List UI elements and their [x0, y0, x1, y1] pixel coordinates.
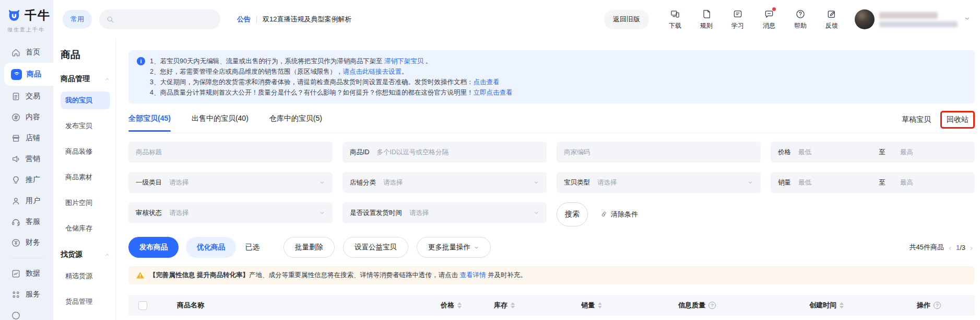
sort-icon[interactable]: [840, 302, 844, 308]
property-tip-bold: 【完善属性信息 提升商品转化率】: [149, 271, 249, 279]
column-created-time[interactable]: 创建时间: [809, 301, 917, 310]
subnav-section-find-supply[interactable]: 找货源: [61, 250, 110, 259]
notice-link-region-settings[interactable]: 请点击此链接去设置: [343, 68, 402, 75]
subnav-item-my-items[interactable]: 我的宝贝: [61, 92, 110, 109]
filter-sales-range[interactable]: 销量 最低 至 最高: [771, 172, 975, 193]
sidebar-item-customer-service[interactable]: 客服: [0, 211, 53, 232]
notice-link-quality-score[interactable]: 立即点击查看: [473, 89, 512, 96]
next-page-button[interactable]: ›: [970, 243, 973, 252]
quick-access-button[interactable]: 常用: [63, 10, 92, 29]
recycle-bin-link-highlighted[interactable]: 回收站: [940, 111, 975, 129]
sidebar-item-trade[interactable]: 交易: [0, 86, 53, 107]
help-icon[interactable]: ?: [934, 302, 941, 309]
filter-placeholder: 请选择: [597, 178, 617, 187]
optimize-item-button[interactable]: 优化商品: [186, 237, 236, 258]
publish-item-button[interactable]: 发布商品: [128, 237, 179, 258]
help-icon[interactable]: ?: [709, 302, 716, 309]
search-button[interactable]: 搜索: [557, 202, 588, 226]
sidebar-item-promote[interactable]: 推广: [0, 169, 53, 190]
filter-category-select[interactable]: 一级类目 请选择: [128, 172, 333, 193]
filter-item-type-select[interactable]: 宝贝类型 请选择: [557, 172, 761, 193]
subnav-item-publish-item[interactable]: 发布宝贝: [61, 117, 110, 135]
promote-icon: [11, 175, 21, 185]
sidebar-item-content[interactable]: 内容: [0, 107, 53, 128]
range-max-placeholder[interactable]: 最高: [900, 178, 913, 187]
sidebar-item-marketing[interactable]: 营销: [0, 148, 53, 169]
range-separator: 至: [879, 148, 886, 157]
tool-learn[interactable]: 学习: [726, 9, 749, 30]
subnav-item-selected-supply[interactable]: 精选货源: [61, 267, 110, 285]
draft-items-link[interactable]: 草稿宝贝: [902, 115, 931, 124]
circle-icon: [11, 311, 21, 320]
filter-audit-status-select[interactable]: 审核状态 请选择: [128, 202, 333, 223]
range-min-placeholder[interactable]: 最低: [798, 178, 811, 187]
sidebar-item-shop[interactable]: 店铺: [0, 128, 53, 148]
sort-icon[interactable]: [598, 302, 602, 308]
filter-shipping-time-select[interactable]: 是否设置发货时间 请选择: [343, 202, 547, 223]
subnav-item-image-space[interactable]: 图片空间: [61, 194, 110, 212]
announcement-bar[interactable]: 公告 双12直播违规及典型案例解析: [237, 15, 351, 24]
sidebar-item-finance[interactable]: 财务: [0, 232, 53, 253]
notice-text: 4、商品质量分计算规则首次大公开！质量分是什么？有什么影响？如何提升？你想知道的…: [150, 89, 473, 96]
sidebar-item-partial[interactable]: [0, 305, 53, 320]
subnav-section-goods-management[interactable]: 商品管理: [61, 74, 110, 84]
items-table-header: 商品名称 价格 库存 销量 信息质量? 创建时间 操作?: [128, 295, 975, 316]
subnav-item-item-decoration[interactable]: 商品装修: [61, 143, 110, 161]
notice-link-shipping-doc[interactable]: 点击查看: [473, 78, 499, 86]
view-details-link[interactable]: 查看详情: [459, 271, 486, 279]
more-batch-actions-button[interactable]: 更多批量操作: [417, 237, 491, 258]
tool-rules[interactable]: 规则: [695, 9, 718, 30]
prev-page-button[interactable]: ‹: [949, 243, 951, 252]
tool-help[interactable]: 帮助: [789, 9, 812, 30]
tab-on-sale-items[interactable]: 出售中的宝贝(40): [192, 114, 249, 131]
sidebar-item-services[interactable]: 服务: [0, 284, 53, 305]
filter-item-id-input[interactable]: 商品ID 多个ID以逗号或空格分隔: [343, 142, 547, 163]
selected-count-label: 已选: [245, 243, 259, 252]
chevron-down-icon: [474, 245, 479, 250]
column-sales[interactable]: 销量: [581, 301, 678, 310]
sidebar-item-home[interactable]: 首页: [0, 42, 53, 63]
filter-placeholder: 多个ID以逗号或空格分隔: [377, 148, 449, 157]
sidebar-item-goods[interactable]: 商品: [4, 63, 53, 86]
user-menu-chevron-down-icon[interactable]: [964, 15, 971, 24]
subnav-item-warehouse-stock[interactable]: 仓储库存: [61, 220, 110, 237]
tool-messages[interactable]: 消息: [758, 9, 781, 30]
filter-grid: 商品标题 商品ID 多个ID以逗号或空格分隔 商家编码 价格 最低 至 最高: [128, 142, 975, 226]
user-avatar[interactable]: [855, 9, 875, 29]
notice-line: 2、您好，若需要管理全店或商品维度的销售范围（原区域限售），请点击此链接去设置。: [150, 66, 512, 77]
sort-icon[interactable]: [511, 302, 515, 308]
filter-label: 一级类目: [136, 178, 162, 187]
notice-link-slow-sale[interactable]: 滞销下架宝贝: [384, 58, 423, 65]
select-all-checkbox[interactable]: [138, 301, 147, 310]
tab-warehouse-items[interactable]: 仓库中的宝贝(5): [269, 114, 322, 131]
filter-item-title-input[interactable]: 商品标题: [128, 142, 333, 163]
charity-item-button[interactable]: 设置公益宝贝: [343, 237, 408, 258]
filter-merchant-code-input[interactable]: 商家编码: [557, 142, 761, 163]
back-to-old-version-button[interactable]: 返回旧版: [604, 10, 649, 29]
column-stock[interactable]: 库存: [494, 301, 581, 310]
brand-tagline: 做生意上千牛: [7, 26, 53, 33]
tool-feedback[interactable]: 反馈: [820, 9, 843, 30]
notice-line: 4、商品质量分计算规则首次大公开！质量分是什么？有什么影响？如何提升？你想知道的…: [150, 87, 512, 98]
filter-placeholder: 请选择: [409, 209, 429, 218]
tool-download[interactable]: 下载: [664, 9, 687, 30]
tab-all-items[interactable]: 全部宝贝(45): [128, 114, 171, 131]
filter-shop-category-select[interactable]: 店铺分类 请选择: [343, 172, 547, 193]
clear-filters-button[interactable]: 清除条件: [600, 210, 638, 219]
sort-icon[interactable]: [457, 302, 462, 308]
column-price[interactable]: 价格: [441, 301, 494, 310]
range-max-placeholder[interactable]: 最高: [900, 148, 913, 157]
sidebar-item-data[interactable]: 数据: [0, 263, 53, 284]
filter-price-range[interactable]: 价格 最低 至 最高: [771, 142, 975, 163]
range-separator: 至: [879, 178, 886, 187]
sidebar-item-users[interactable]: 用户: [0, 190, 53, 211]
subnav-item-item-assets[interactable]: 商品素材: [61, 168, 110, 186]
batch-delete-button[interactable]: 批量删除: [284, 237, 335, 258]
filter-placeholder: 请选择: [383, 178, 403, 187]
subnav-item-supply-management[interactable]: 货品管理: [61, 293, 110, 311]
brand-block: 千牛 做生意上千牛: [0, 0, 53, 33]
global-search-input[interactable]: [99, 9, 220, 29]
tool-label: 消息: [763, 21, 775, 30]
rules-book-icon: [701, 9, 712, 19]
range-min-placeholder[interactable]: 最低: [798, 148, 811, 157]
